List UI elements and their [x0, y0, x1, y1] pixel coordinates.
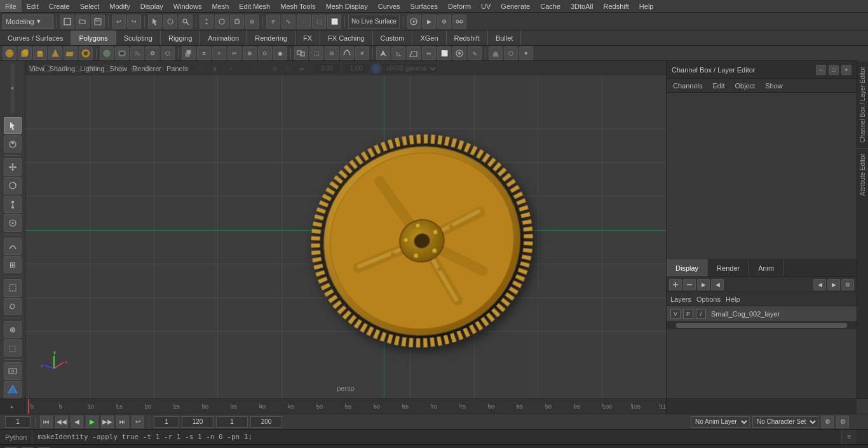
snap-curve-btn[interactable]: ∿ — [281, 15, 295, 29]
tab-custom[interactable]: Custom — [373, 31, 413, 45]
step-forward-btn[interactable]: ▶▶ — [101, 416, 114, 428]
camera-tools[interactable] — [4, 362, 22, 379]
cut-btn[interactable]: ✂ — [227, 46, 241, 60]
booleans-btn[interactable]: ⊖ — [325, 46, 339, 60]
anim-settings-btn[interactable]: ⚙ — [821, 416, 834, 428]
select-tool-btn[interactable] — [148, 15, 162, 29]
menu-mesh[interactable]: Mesh — [207, 0, 234, 12]
universal-manip[interactable] — [4, 214, 22, 231]
anim-layer-select[interactable]: No Anim Layer — [691, 416, 750, 428]
menu-surfaces[interactable]: Surfaces — [405, 0, 443, 12]
universal-manip-btn[interactable]: ⊕ — [245, 15, 259, 29]
layer-anim-tab[interactable]: Anim — [749, 259, 783, 276]
range-start-input[interactable] — [154, 416, 179, 428]
remesh-btn[interactable]: # — [355, 46, 369, 60]
layer-vis-p-btn[interactable]: P — [683, 309, 693, 319]
quad-draw-btn[interactable]: ⬜ — [437, 46, 451, 60]
cube-btn[interactable] — [18, 46, 32, 60]
move-tool[interactable] — [4, 158, 22, 175]
helix-btn[interactable] — [130, 46, 144, 60]
tab-redshift[interactable]: Redshift — [447, 31, 488, 45]
workspace-dropdown[interactable]: Modeling ▾ — [3, 15, 53, 29]
layer-help-menu[interactable]: Help — [726, 295, 740, 303]
tab-xgen[interactable]: XGen — [412, 31, 446, 45]
torus-btn[interactable] — [79, 46, 93, 60]
tab-fx[interactable]: FX — [295, 31, 320, 45]
separate-btn[interactable]: ⬚ — [309, 46, 323, 60]
menu-modify[interactable]: Modify — [104, 0, 135, 12]
menu-edit[interactable]: Edit — [22, 0, 44, 12]
menu-file[interactable]: File — [0, 0, 22, 12]
menu-redshift[interactable]: Redshift — [598, 0, 634, 12]
tab-rendering[interactable]: Rendering — [247, 31, 295, 45]
timeline-ruler[interactable]: 0 5 10 15 20 25 30 35 40 45 50 55 60 65 … — [25, 399, 666, 414]
ipr-btn[interactable]: ▶ — [422, 15, 436, 29]
menu-select[interactable]: Select — [75, 0, 105, 12]
command-area[interactable]: makeIdentity -apply true -t 1 -r 1 -s 1 … — [32, 433, 841, 441]
cb-maximize-btn[interactable]: □ — [829, 65, 839, 75]
crease-btn[interactable]: ✦ — [519, 46, 533, 60]
new-layer-btn[interactable] — [669, 279, 682, 290]
menu-3dtoall[interactable]: 3DtoAll — [566, 0, 598, 12]
rotate-tool[interactable] — [4, 177, 22, 194]
cb-minimize-btn[interactable]: − — [816, 65, 826, 75]
playhead[interactable] — [28, 399, 29, 414]
paint-select-btn[interactable] — [179, 15, 193, 29]
delete-layer-btn[interactable] — [683, 279, 696, 290]
sphere-btn[interactable] — [3, 46, 17, 60]
tab-polygons[interactable]: Polygons — [71, 31, 116, 45]
artisan-tool[interactable] — [4, 135, 22, 153]
layer-row[interactable]: V P / Small_Cog_002_layer — [667, 306, 857, 322]
current-frame-input[interactable] — [5, 416, 31, 428]
append-btn[interactable]: + — [212, 46, 226, 60]
layer-add-selected-btn[interactable]: ▶ — [697, 279, 710, 290]
max-end-input[interactable] — [250, 416, 282, 428]
layer-render-tab[interactable]: Render — [708, 259, 749, 276]
layer-vis-v-btn[interactable]: V — [670, 309, 681, 319]
select-tool[interactable] — [4, 117, 22, 134]
snap-surface-btn[interactable]: ⬜ — [327, 15, 341, 29]
view-menu[interactable]: View — [29, 65, 44, 72]
layer-prev-btn[interactable]: ◀ — [813, 279, 826, 290]
cb-object-menu[interactable]: Object — [732, 82, 757, 90]
menu-cache[interactable]: Cache — [535, 0, 566, 12]
mirror-btn[interactable]: ⇔ — [422, 46, 436, 60]
cb-close-btn[interactable]: × — [841, 65, 851, 75]
rotate-tool-btn[interactable] — [215, 15, 229, 29]
panels-menu[interactable]: Panels — [166, 65, 188, 72]
poke-btn[interactable] — [376, 46, 390, 60]
play-back-btn[interactable]: ◀ — [71, 416, 83, 428]
display-smooth-btn[interactable] — [489, 46, 503, 60]
layer-remove-selected-btn[interactable]: ◀ — [711, 279, 724, 290]
layer-settings-btn[interactable]: ⚙ — [841, 279, 854, 290]
wedge-btn[interactable]: ◺ — [391, 46, 405, 60]
viewport[interactable]: View Shading Lighting Show Renderer Pane… — [25, 61, 666, 398]
bevel-btn[interactable] — [407, 46, 421, 60]
render-settings-btn[interactable]: ⚙ — [437, 15, 451, 29]
snap-point-btn[interactable]: · — [297, 15, 311, 29]
layers-menu[interactable]: Layers — [670, 295, 691, 303]
smooth-btn[interactable] — [340, 46, 354, 60]
snap-view-btn[interactable]: ⬚ — [312, 15, 326, 29]
menu-windows[interactable]: Windows — [168, 0, 207, 12]
script-editor-btn[interactable]: ≡ — [841, 430, 857, 444]
lasso-select[interactable] — [4, 298, 22, 315]
menu-deform[interactable]: Deform — [443, 0, 476, 12]
open-scene-btn[interactable] — [76, 15, 90, 29]
step-back-btn[interactable]: ◀◀ — [55, 416, 68, 428]
cb-show-menu[interactable]: Show — [763, 82, 785, 90]
layer-next-btn[interactable]: ▶ — [827, 279, 840, 290]
cb-edit-menu[interactable]: Edit — [710, 82, 727, 90]
gear-btn2[interactable]: ⚙ — [146, 46, 159, 60]
layer-pencil-btn[interactable]: / — [696, 309, 706, 319]
cone-btn[interactable] — [48, 46, 62, 60]
soft-mod-tool[interactable] — [4, 238, 22, 255]
menu-curves[interactable]: Curves — [373, 0, 405, 12]
shading-menu[interactable]: Shading — [50, 65, 75, 72]
scale-tool-btn[interactable] — [230, 15, 244, 29]
disk-btn[interactable] — [100, 46, 114, 60]
tab-rigging[interactable]: Rigging — [161, 31, 200, 45]
menu-uv[interactable]: UV — [476, 0, 496, 12]
new-scene-btn[interactable] — [60, 15, 74, 29]
vtab-attribute-editor[interactable]: Attribute Editor — [857, 148, 868, 201]
